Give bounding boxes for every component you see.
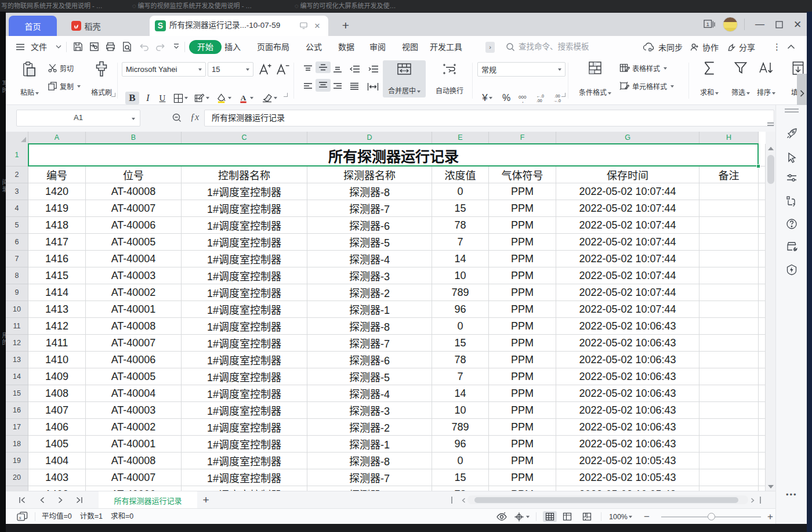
bold-button[interactable]: B [125, 92, 139, 104]
cell-F8[interactable]: PPM [489, 267, 556, 284]
cell-D12[interactable]: 探测器-7 [307, 335, 432, 352]
minimize-button[interactable]: — [749, 13, 770, 36]
cell-F4[interactable]: PPM [489, 200, 556, 217]
cell-B11[interactable]: AT-40008 [86, 318, 182, 335]
cell-D16[interactable]: 探测器-3 [307, 402, 432, 419]
column-header-F[interactable]: F [489, 132, 556, 144]
hscroll-left-icon[interactable] [462, 491, 466, 509]
row-header-20[interactable]: 20 [6, 469, 28, 486]
cell-H18[interactable] [699, 436, 759, 453]
vertical-scroll-thumb[interactable] [767, 155, 774, 184]
quick-launch-rocket-icon[interactable] [786, 128, 798, 139]
cell-E16[interactable]: 10 [432, 402, 489, 419]
cell-C14[interactable]: 1#调度室控制器 [182, 368, 307, 385]
cell-B10[interactable]: AT-40001 [86, 301, 182, 318]
cell-A19[interactable]: 1404 [28, 453, 86, 469]
cell-A16[interactable]: 1407 [28, 402, 86, 419]
ribbon-tab-review[interactable]: 审阅 [369, 36, 386, 58]
cell-H6[interactable] [699, 234, 759, 251]
cell-E7[interactable]: 14 [432, 251, 489, 267]
align-right-icon[interactable] [331, 80, 345, 93]
zoom-formula-icon[interactable] [172, 113, 183, 124]
print-preview-icon[interactable] [121, 41, 133, 53]
horizontal-scrollbar[interactable] [467, 495, 748, 504]
cell-E20[interactable]: 15 [432, 469, 489, 486]
cell-D18[interactable]: 探测器-1 [307, 436, 432, 453]
cell-B16[interactable]: AT-40003 [86, 402, 182, 419]
js-macro-icon[interactable]: s [16, 511, 28, 522]
justify-icon[interactable] [346, 80, 363, 93]
font-color-button[interactable]: A [237, 92, 255, 104]
cell-F11[interactable]: PPM [489, 318, 556, 335]
cell-B15[interactable]: AT-40004 [86, 385, 182, 402]
cell-A4[interactable]: 1419 [28, 200, 86, 217]
row-header-6[interactable]: 6 [6, 234, 28, 251]
document-tab[interactable]: S 所有探测器运行记录...-10-07-59 × [150, 16, 328, 36]
toolbar-options-icon[interactable] [173, 44, 184, 55]
cell-G13[interactable]: 2022-05-02 10:06:43 [556, 352, 699, 368]
row-header-16[interactable]: 16 [6, 402, 28, 419]
cell-D3[interactable]: 探测器-8 [307, 183, 432, 200]
normal-view-icon[interactable] [543, 511, 557, 522]
number-dialog-launcher[interactable] [561, 93, 566, 97]
cell-A6[interactable]: 1417 [28, 234, 86, 251]
next-sheet-icon[interactable] [58, 491, 63, 509]
cell-F10[interactable]: PPM [489, 301, 556, 318]
resource-store-icon[interactable] [786, 241, 798, 252]
row-header-8[interactable]: 8 [6, 267, 28, 284]
sort-button[interactable]: 排序 [752, 61, 781, 97]
row-header-21[interactable]: 21 [6, 486, 28, 491]
align-left-icon[interactable] [302, 80, 314, 93]
paste-button[interactable]: 粘贴 [16, 61, 43, 97]
cell-F13[interactable]: PPM [489, 352, 556, 368]
cell-C21[interactable]: 1#调度室控制器 [182, 486, 307, 491]
filter-button[interactable]: 筛选 [726, 61, 755, 97]
cell-F9[interactable]: PPM [489, 284, 556, 301]
cell-E10[interactable]: 96 [432, 301, 489, 318]
cell-H11[interactable] [699, 318, 759, 335]
cell-E18[interactable]: 96 [432, 436, 489, 453]
row-header-2[interactable]: 2 [6, 167, 28, 183]
number-format-combo[interactable]: 常规 [477, 62, 566, 77]
cell-B6[interactable]: AT-40005 [86, 234, 182, 251]
cell-D6[interactable]: 探测器-5 [307, 234, 432, 251]
cell-E15[interactable]: 14 [432, 385, 489, 402]
select-all-corner[interactable] [6, 132, 28, 144]
align-middle-icon[interactable] [316, 61, 331, 73]
cell-C12[interactable]: 1#调度室控制器 [182, 335, 307, 352]
cell-E14[interactable]: 7 [432, 368, 489, 385]
format-painter-button[interactable]: 格式刷 [87, 61, 116, 97]
cell-G14[interactable]: 2022-05-02 10:06:43 [556, 368, 699, 385]
column-header-A[interactable]: A [28, 132, 86, 144]
cell-F19[interactable]: PPM [489, 453, 556, 469]
comma-format-icon[interactable]: 000, [516, 92, 531, 104]
cell-E12[interactable]: 15 [432, 335, 489, 352]
cell-G5[interactable]: 2022-05-02 10:07:44 [556, 217, 699, 234]
ribbon-tab-formulas[interactable]: 公式 [306, 36, 322, 58]
cell-B19[interactable]: AT-40008 [86, 453, 182, 469]
docer-tab[interactable]: 稻壳 [59, 16, 113, 36]
fill-handle[interactable] [756, 164, 760, 168]
cell-C13[interactable]: 1#调度室控制器 [182, 352, 307, 368]
hamburger-menu-icon[interactable] [15, 42, 27, 53]
cell-H7[interactable] [699, 251, 759, 267]
cell-C7[interactable]: 1#调度室控制器 [182, 251, 307, 267]
performance-lightning-icon[interactable] [786, 264, 798, 276]
cell-G16[interactable]: 2022-05-02 10:06:43 [556, 402, 699, 419]
cell-G19[interactable]: 2022-05-02 10:05:43 [556, 453, 699, 469]
merge-center-button[interactable]: 合并居中 [383, 60, 426, 97]
row-header-1[interactable]: 1 [6, 144, 28, 167]
row-header-4[interactable]: 4 [6, 200, 28, 217]
column-header-D[interactable]: D [307, 132, 432, 144]
row-header-18[interactable]: 18 [6, 436, 28, 453]
cell-A17[interactable]: 1406 [28, 419, 86, 436]
cell-E4[interactable]: 15 [432, 200, 489, 217]
cell-B20[interactable]: AT-40007 [86, 469, 182, 486]
column-header-G[interactable]: G [556, 132, 699, 144]
cell-H20[interactable] [699, 469, 759, 486]
cell-A11[interactable]: 1412 [28, 318, 86, 335]
cell-H5[interactable] [699, 217, 759, 234]
cell-D5[interactable]: 探测器-6 [307, 217, 432, 234]
cell-B13[interactable]: AT-40006 [86, 352, 182, 368]
row-header-13[interactable]: 13 [6, 352, 28, 368]
